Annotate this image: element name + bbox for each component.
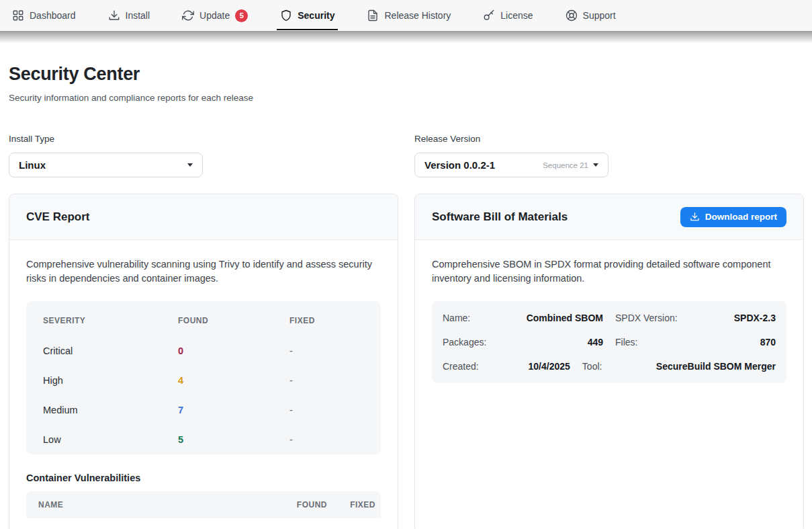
info-label: Created: — [443, 361, 516, 372]
lifebuoy-icon — [566, 9, 578, 22]
nav-item-support[interactable]: Support — [564, 0, 617, 31]
chevron-down-icon — [187, 163, 193, 167]
column-severity: SEVERITY — [43, 316, 178, 325]
table-row: Packages: 449 Files: 870 — [443, 330, 776, 354]
nav-shadow-divider — [0, 31, 812, 43]
info-label: Tool: — [582, 361, 656, 372]
page-subtitle: Security information and compliance repo… — [9, 93, 803, 103]
page-title: Security Center — [9, 64, 803, 85]
column-found: FOUND — [279, 500, 327, 510]
key-icon — [483, 9, 495, 22]
table-row: Critical 0 - — [26, 336, 381, 366]
release-sequence-label: Sequence 21 — [543, 161, 588, 169]
sbom-card-title: Software Bill of Materials — [432, 210, 568, 224]
install-type-label: Install Type — [9, 134, 398, 144]
severity-label: Critical — [43, 345, 178, 356]
install-type-value: Linux — [19, 159, 187, 171]
chevron-down-icon — [593, 163, 598, 167]
severity-label: Low — [43, 434, 178, 445]
found-count: 4 — [178, 375, 289, 386]
download-report-label: Download report — [705, 212, 777, 222]
severity-label: High — [43, 375, 178, 386]
info-value: 870 — [689, 337, 776, 348]
column-fixed: FIXED — [289, 316, 364, 325]
severity-label: Medium — [43, 405, 178, 415]
refresh-icon — [182, 9, 194, 22]
nav-label: Security — [298, 10, 334, 21]
shield-icon — [280, 9, 292, 22]
sbom-info-table: Name: Combined SBOM SPDX Version: SPDX-2… — [432, 301, 786, 383]
nav-item-dashboard[interactable]: Dashboard — [11, 0, 77, 31]
release-version-field: Release Version Version 0.0.2-1 Sequence… — [414, 134, 804, 177]
info-value: 10/4/2025 — [516, 361, 570, 372]
info-label: Files: — [615, 337, 689, 348]
filters-row: Install Type Linux Release Version Versi… — [9, 134, 803, 177]
severity-table-header: SEVERITY FOUND FIXED — [26, 301, 381, 336]
release-version-select[interactable]: Version 0.0.2-1 Sequence 21 — [414, 153, 608, 177]
update-count-badge: 5 — [235, 9, 248, 22]
sbom-card-header: Software Bill of Materials Download repo… — [415, 194, 803, 240]
info-label: Name: — [443, 313, 516, 323]
info-value: Combined SBOM — [516, 313, 603, 323]
found-count: 0 — [178, 345, 289, 356]
nav-label: Support — [583, 10, 616, 21]
document-icon — [367, 9, 379, 22]
cve-card-title: CVE Report — [26, 210, 89, 224]
nav-label: Release History — [384, 10, 451, 21]
nav-item-release-history[interactable]: Release History — [365, 0, 452, 31]
main-content: Security Center Security information and… — [0, 64, 812, 529]
info-value: 449 — [516, 337, 603, 348]
column-found: FOUND — [178, 316, 289, 325]
grid-icon — [12, 9, 24, 22]
fixed-count: - — [289, 434, 364, 445]
nav-item-install[interactable]: Install — [107, 0, 152, 31]
found-count: 5 — [178, 434, 289, 445]
fixed-count: - — [289, 375, 364, 386]
container-vulnerabilities-header: NAME FOUND FIXED — [26, 491, 381, 518]
install-type-field: Install Type Linux — [9, 134, 398, 177]
table-row: Name: Combined SBOM SPDX Version: SPDX-2… — [443, 306, 776, 330]
column-name: NAME — [38, 500, 279, 510]
cve-description: Comprehensive vulnerability scanning usi… — [26, 257, 379, 286]
sbom-card-body: Comprehensive SBOM in SPDX format provid… — [415, 240, 803, 401]
table-row: Created: 10/4/2025 Tool: SecureBuild SBO… — [443, 354, 776, 378]
release-version-label: Release Version — [414, 134, 804, 144]
info-value: SPDX-2.3 — [689, 313, 776, 323]
nav-item-license[interactable]: License — [482, 0, 534, 31]
nav-item-security[interactable]: Security — [279, 0, 336, 31]
top-navigation: Dashboard Install Update 5 Security Rele… — [0, 0, 812, 31]
cve-report-card: CVE Report Comprehensive vulnerability s… — [9, 194, 398, 529]
container-vulnerabilities-title: Container Vulnerabilities — [26, 473, 381, 483]
install-type-select[interactable]: Linux — [9, 153, 203, 177]
nav-label: Update — [199, 10, 230, 21]
info-label: SPDX Version: — [615, 313, 689, 323]
fixed-count: - — [289, 345, 364, 356]
sbom-description: Comprehensive SBOM in SPDX format provid… — [432, 257, 784, 286]
cve-card-header: CVE Report — [9, 194, 398, 240]
sbom-card: Software Bill of Materials Download repo… — [414, 194, 804, 529]
severity-table: SEVERITY FOUND FIXED Critical 0 - High 4… — [26, 301, 381, 454]
table-row: Low 5 - — [26, 425, 381, 454]
download-report-button[interactable]: Download report — [680, 207, 786, 227]
release-version-value: Version 0.0.2-1 — [424, 159, 543, 171]
report-cards: CVE Report Comprehensive vulnerability s… — [9, 194, 803, 529]
nav-label: Install — [126, 10, 150, 21]
found-count: 7 — [178, 405, 289, 415]
column-fixed: FIXED — [327, 500, 375, 510]
table-row: High 4 - — [26, 366, 381, 395]
download-icon — [108, 9, 120, 22]
info-value: SecureBuild SBOM Merger — [656, 361, 776, 372]
table-row: Medium 7 - — [26, 395, 381, 425]
download-icon — [690, 212, 700, 222]
nav-item-update[interactable]: Update 5 — [181, 0, 249, 31]
cve-card-body: Comprehensive vulnerability scanning usi… — [9, 240, 398, 529]
info-label: Packages: — [443, 337, 516, 348]
nav-label: License — [500, 10, 533, 21]
fixed-count: - — [289, 405, 364, 415]
nav-label: Dashboard — [30, 10, 76, 21]
